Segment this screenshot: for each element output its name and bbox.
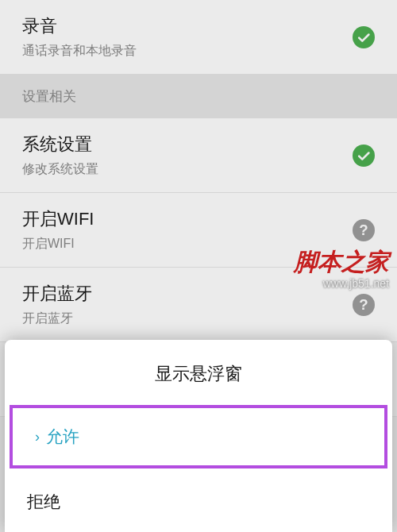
chevron-right-icon: › [35,429,40,445]
highlight-annotation: › 允许 [10,405,387,468]
action-sheet: 显示悬浮窗 › 允许 拒绝 [5,340,392,532]
dialog-title: 显示悬浮窗 [5,340,392,405]
dialog-option-allow[interactable]: › 允许 [13,408,384,465]
allow-label: 允许 [46,426,79,448]
dialog-overlay[interactable]: 显示悬浮窗 › 允许 拒绝 [0,0,397,532]
dialog-option-deny[interactable]: 拒绝 [5,473,392,530]
